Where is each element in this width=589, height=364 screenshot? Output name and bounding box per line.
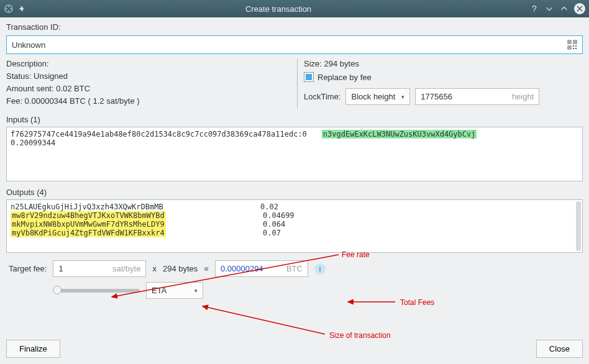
finalize-button[interactable]: Finalize (6, 340, 60, 358)
amount-sent-label: Amount sent: 0.02 BTC (6, 84, 292, 93)
size-label: Size: 294 bytes (304, 59, 583, 68)
minimize-icon[interactable] (544, 4, 554, 14)
help-icon[interactable]: ? (529, 4, 539, 14)
fee-rate-unit: sat/byte (112, 264, 141, 273)
qr-icon[interactable] (567, 40, 577, 50)
txid-label: Transaction ID: (6, 22, 61, 32)
locktime-value: 1775656 (421, 92, 452, 101)
locktime-label: LockTime: (304, 92, 340, 101)
pin-icon[interactable] (17, 4, 27, 14)
outputs-list[interactable]: n25LAUEgkuGjHiJjvQ3xzh43XQwKrDBmMB 0.02m… (6, 199, 583, 253)
output-row: mkMvpixNW8bxpUVmMwGwmF7dYRsMheLDY9 0.064 (11, 220, 578, 229)
svg-rect-7 (573, 45, 574, 47)
titlebar-right: ? (529, 3, 585, 14)
output-amount: 0.04699 (263, 211, 294, 220)
output-row: mw8rV29ndzuw4BhegVTJKxoTVWK8bmWYBd 0.046… (11, 211, 578, 220)
input-address: n3vgdEwExKcLW3NUwZusKU3vwXd4GybCvj (322, 130, 477, 139)
locktime-placeholder: height (512, 92, 534, 101)
slider-thumb[interactable] (53, 286, 62, 294)
window-title: Create transaction (27, 4, 529, 14)
svg-rect-4 (575, 42, 576, 43)
locktime-value-input[interactable]: 1775656 height (415, 88, 539, 105)
svg-rect-8 (575, 45, 577, 47)
svg-line-13 (203, 306, 325, 334)
fee-estimate-select[interactable]: ETA ▾ (146, 282, 203, 299)
output-address: myVb8KdPiGcuj4ZtgFTdVWFdW1KFBxxkr4 (11, 229, 166, 237)
tx-summary: Description: Status: Unsigned Amount sen… (6, 59, 297, 109)
output-address: mw8rV29ndzuw4BhegVTJKxoTVWK8bmWYBd (11, 211, 166, 220)
target-fee-label: Target fee: (9, 264, 47, 273)
outputs-title: Outputs (4) (6, 188, 583, 197)
chevron-down-icon: ▾ (194, 288, 198, 294)
annotation-total-fees: Total Fees (400, 298, 434, 307)
info-icon[interactable]: i (314, 263, 326, 275)
chevron-down-icon: ▾ (401, 94, 404, 100)
fee-slider[interactable] (53, 289, 140, 293)
input-txref: f762975747ce4419a94e1ab48ef80c2d1534c8c9… (11, 130, 307, 139)
annotation-size-tx: Size of transaction (329, 331, 391, 340)
output-amount: 0.07 (263, 229, 281, 237)
rbf-checkbox[interactable] (304, 72, 314, 82)
txid-value: Unknown (12, 40, 45, 50)
close-button[interactable]: Close (536, 340, 583, 358)
fee-btc-input[interactable]: 0.00000294 BTC (215, 260, 308, 277)
maximize-icon[interactable] (559, 4, 569, 14)
fee-rate-input[interactable]: 1 sat/byte (53, 260, 146, 277)
titlebar: Create transaction ? (0, 0, 589, 17)
titlebar-left (4, 4, 27, 14)
output-amount: 0.064 (263, 220, 285, 229)
output-address: mkMvpixNW8bxpUVmMwGwmF7dYRsMheLDY9 (11, 220, 166, 229)
inputs-title: Inputs (1) (6, 115, 583, 124)
fee-label: Fee: 0.00000344 BTC ( 1.2 sat/byte ) (6, 96, 292, 106)
svg-rect-9 (573, 48, 574, 49)
input-row: f762975747ce4419a94e1ab48ef80c2d1534c8c9… (11, 130, 578, 139)
inputs-list[interactable]: f762975747ce4419a94e1ab48ef80c2d1534c8c9… (6, 127, 583, 181)
tx-options: Size: 294 bytes Replace by fee LockTime:… (297, 59, 583, 109)
eq-label: = (204, 264, 209, 273)
locktime-type-value: Block height (351, 92, 395, 101)
fee-estimate-value: ETA (152, 286, 167, 295)
txid-input[interactable]: Unknown (6, 35, 583, 54)
output-row: myVb8KdPiGcuj4ZtgFTdVWFdW1KFBxxkr4 0.07 (11, 229, 578, 237)
locktime-type-select[interactable]: Block height ▾ (345, 88, 410, 105)
fee-btc-unit: BTC (286, 264, 303, 273)
fee-rate-value: 1 (58, 264, 63, 273)
output-amount: 0.02 (260, 202, 278, 211)
svg-rect-2 (569, 42, 570, 43)
rbf-label: Replace by fee (317, 73, 372, 82)
input-amount: 0.20099344 (11, 139, 578, 147)
size-value: 294 bytes (163, 264, 198, 273)
fee-btc-value: 0.00000294 (221, 264, 263, 273)
description-label: Description: (6, 59, 292, 68)
annotation-fee-rate: Fee rate (342, 250, 370, 259)
output-address: n25LAUEgkuGjHiJjvQ3xzh43XQwKrDBmMB (11, 202, 163, 211)
mult-label: x (152, 264, 157, 273)
app-icon (4, 4, 14, 14)
scrollbar[interactable] (576, 201, 581, 251)
output-row: n25LAUEgkuGjHiJjvQ3xzh43XQwKrDBmMB 0.02 (11, 202, 578, 211)
svg-rect-6 (569, 47, 570, 48)
svg-rect-10 (575, 48, 577, 49)
status-label: Status: Unsigned (6, 71, 292, 81)
close-icon[interactable] (574, 3, 585, 14)
